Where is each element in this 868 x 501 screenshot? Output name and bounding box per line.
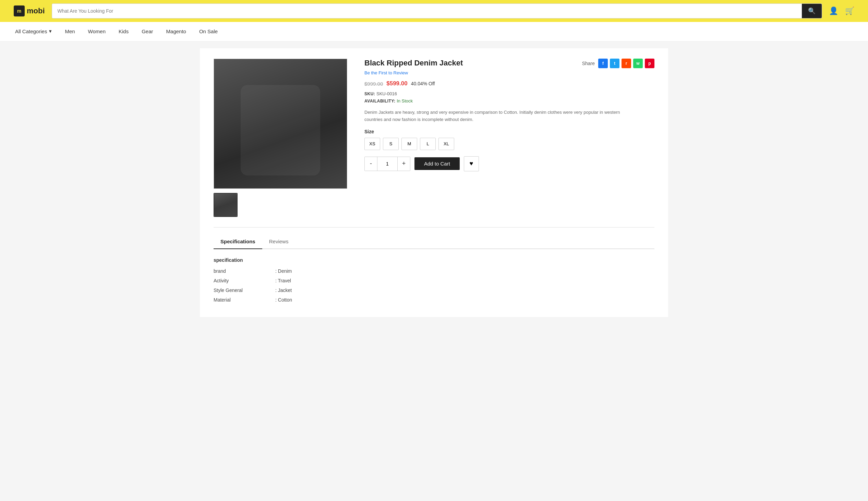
product-details: Black Ripped Denim Jacket Be the First t… [364, 58, 654, 217]
size-label: Size [364, 129, 654, 134]
jacket-figure [214, 59, 347, 189]
share-section: Share f t r w p [582, 58, 654, 68]
share-whatsapp-button[interactable]: w [633, 58, 643, 68]
sku-value: SKU-0016 [377, 91, 397, 96]
spec-val-material: : Cotton [275, 297, 292, 302]
product-images [214, 58, 347, 217]
spec-val-activity: : Travel [275, 278, 291, 284]
size-s[interactable]: S [383, 138, 399, 150]
logo-text: mobi [27, 7, 45, 15]
search-button[interactable]: 🔍 [802, 4, 822, 18]
nav-all-categories[interactable]: All Categories ▾ [14, 22, 53, 41]
tabs-section: Specifications Reviews specification bra… [214, 227, 654, 302]
availability-row: AVAILABILITY: In Stock [364, 98, 654, 104]
availability-value: In Stock [396, 98, 413, 104]
spec-key-material: Material [214, 297, 275, 302]
review-link[interactable]: Be the First to Review [364, 70, 582, 75]
spec-row-brand: brand : Denim [214, 268, 654, 274]
original-price: $999.00 [364, 81, 383, 87]
nav-item-gear[interactable]: Gear [140, 22, 154, 41]
main-product-image [214, 58, 347, 189]
pricing: $999.00 $599.00 40.04% Off [364, 80, 654, 87]
nav-item-magento[interactable]: Magento [165, 22, 188, 41]
sale-price: $599.00 [387, 80, 407, 87]
size-xl[interactable]: XL [438, 138, 454, 150]
nav-item-on-sale[interactable]: On Sale [198, 22, 219, 41]
search-bar: 🔍 [52, 3, 822, 19]
quantity-increase-button[interactable]: + [398, 157, 410, 171]
product-header: Black Ripped Denim Jacket Be the First t… [364, 58, 654, 80]
sku-label: SKU: [364, 92, 375, 96]
tab-specifications[interactable]: Specifications [214, 234, 262, 249]
user-icon[interactable]: 👤 [829, 7, 838, 15]
share-label: Share [582, 61, 595, 66]
header-icons: 👤 🛒 [829, 7, 854, 15]
spec-key-style: Style General [214, 288, 275, 293]
size-m[interactable]: M [401, 138, 417, 150]
logo[interactable]: m mobi [14, 6, 45, 17]
wishlist-button[interactable]: ♥ [464, 156, 479, 171]
chevron-down-icon: ▾ [49, 28, 52, 34]
sku-row: SKU: SKU-0016 [364, 91, 654, 96]
header: m mobi 🔍 👤 🛒 [0, 0, 868, 22]
tab-reviews[interactable]: Reviews [262, 234, 296, 249]
nav-item-women[interactable]: Women [87, 22, 107, 41]
thumbnails [214, 193, 347, 217]
spec-row-activity: Activity : Travel [214, 278, 654, 284]
quantity-decrease-button[interactable]: - [365, 157, 377, 171]
thumb-jacket-figure [214, 194, 237, 216]
add-to-cart-row: - + Add to Cart ♥ [364, 156, 654, 171]
product-header-left: Black Ripped Denim Jacket Be the First t… [364, 58, 582, 80]
size-l[interactable]: L [420, 138, 436, 150]
thumbnail-1[interactable] [214, 193, 237, 217]
spec-val-brand: : Denim [275, 268, 292, 274]
product-title: Black Ripped Denim Jacket [364, 58, 582, 67]
availability-label: AVAILABILITY: [364, 99, 395, 104]
nav-item-kids[interactable]: Kids [117, 22, 130, 41]
spec-row-style: Style General : Jacket [214, 288, 654, 293]
heart-icon: ♥ [470, 160, 474, 167]
size-section: Size XS S M L XL [364, 129, 654, 150]
share-pinterest-button[interactable]: p [645, 58, 654, 68]
spec-key-activity: Activity [214, 278, 275, 284]
cart-icon[interactable]: 🛒 [845, 7, 854, 15]
quantity-input[interactable] [377, 157, 398, 171]
share-facebook-button[interactable]: f [598, 58, 608, 68]
size-options: XS S M L XL [364, 138, 654, 150]
nav-item-men[interactable]: Men [63, 22, 76, 41]
tabs: Specifications Reviews [214, 234, 654, 249]
main-content: Black Ripped Denim Jacket Be the First t… [200, 48, 668, 317]
discount-badge: 40.04% Off [411, 81, 435, 86]
spec-heading: specification [214, 257, 654, 263]
size-xs[interactable]: XS [364, 138, 380, 150]
logo-icon: m [14, 6, 25, 17]
share-twitter-button[interactable]: t [610, 58, 620, 68]
product-section: Black Ripped Denim Jacket Be the First t… [214, 58, 654, 217]
spec-val-style: : Jacket [275, 288, 292, 293]
spec-row-material: Material : Cotton [214, 297, 654, 302]
nav: All Categories ▾ Men Women Kids Gear Mag… [0, 22, 868, 42]
share-reddit-button[interactable]: r [622, 58, 631, 68]
specifications-panel: specification brand : Denim Activity : T… [214, 257, 654, 302]
add-to-cart-button[interactable]: Add to Cart [414, 157, 460, 170]
quantity-control: - + [364, 157, 410, 171]
product-description: Denim Jackets are heavy, strong and very… [364, 109, 622, 124]
search-input[interactable] [52, 4, 802, 18]
spec-key-brand: brand [214, 268, 275, 274]
